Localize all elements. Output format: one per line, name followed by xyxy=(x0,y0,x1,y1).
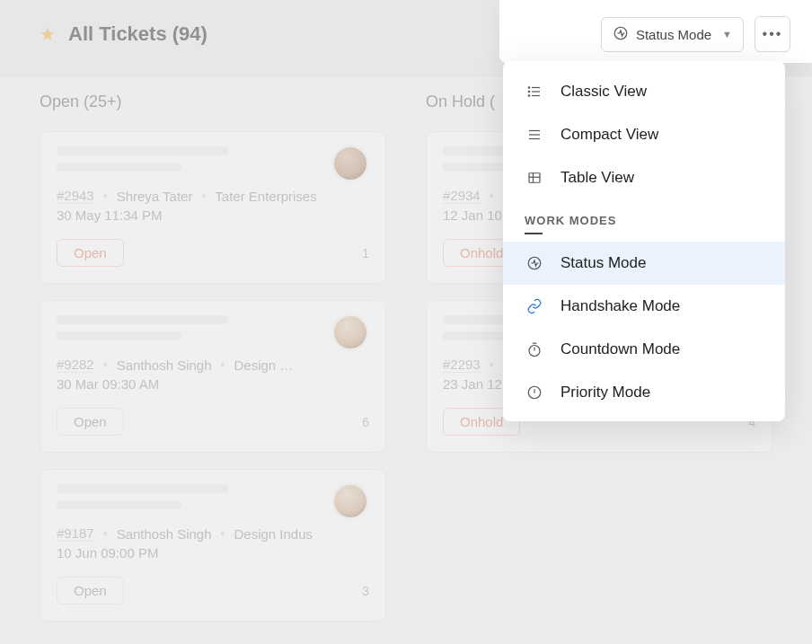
ticket-company: Design … xyxy=(234,357,293,373)
ticket-assignee: Santhosh Singh xyxy=(117,526,212,542)
menu-item-label: Status Mode xyxy=(560,254,646,272)
ticket-date: 30 Mar 09:30 AM xyxy=(57,376,369,392)
activity-icon xyxy=(525,255,544,271)
card-footer: Open 6 xyxy=(57,408,369,436)
ticket-company: Tater Enterprises xyxy=(215,189,316,204)
mode-button-label: Status Mode xyxy=(636,27,711,42)
ticket-meta: #2943 • Shreya Tater • Tater Enterprises xyxy=(57,188,369,204)
svg-point-0 xyxy=(614,27,627,40)
separator-dot: • xyxy=(103,526,108,541)
timer-icon xyxy=(525,341,544,357)
page-title: All Tickets (94) xyxy=(68,22,207,46)
card-footer: Open 3 xyxy=(57,577,369,604)
ticket-id[interactable]: #2943 xyxy=(57,188,94,204)
ticket-meta: #9187 • Santhosh Singh • Design Indus xyxy=(57,525,369,542)
skeleton-line xyxy=(57,331,181,340)
skeleton-line xyxy=(57,484,228,493)
skeleton-line xyxy=(57,500,181,509)
ticket-date: 10 Jun 09:00 PM xyxy=(57,545,369,560)
svg-point-19 xyxy=(534,395,535,396)
ticket-card[interactable]: #2943 • Shreya Tater • Tater Enterprises… xyxy=(40,131,386,284)
view-mode-menu: Classic View Compact View Table View WOR… xyxy=(503,61,785,421)
separator-dot: • xyxy=(201,189,206,203)
svg-point-5 xyxy=(528,91,530,93)
card-footer: Open 1 xyxy=(57,239,369,267)
ticket-meta: #9282 • Santhosh Singh • Design … xyxy=(57,357,369,373)
separator-dot: • xyxy=(221,357,225,372)
menu-item-label: Handshake Mode xyxy=(560,297,680,315)
svg-point-6 xyxy=(528,95,530,97)
ticket-card[interactable]: #9282 • Santhosh Singh • Design … 30 Mar… xyxy=(40,300,386,453)
menu-item-label: Compact View xyxy=(560,126,658,144)
svg-point-4 xyxy=(528,87,530,89)
alert-icon xyxy=(525,384,544,401)
separator-dot: • xyxy=(103,189,108,203)
status-mode-button[interactable]: Status Mode ▼ xyxy=(601,17,744,52)
ticket-id[interactable]: #2293 xyxy=(443,357,481,373)
menu-item-countdown-mode[interactable]: Countdown Mode xyxy=(503,328,785,371)
ticket-id[interactable]: #9282 xyxy=(57,357,94,373)
menu-item-table-view[interactable]: Table View xyxy=(503,156,785,199)
status-badge[interactable]: Open xyxy=(57,577,124,604)
status-badge[interactable]: Open xyxy=(57,408,124,436)
ticket-assignee: Shreya Tater xyxy=(117,189,193,204)
more-button[interactable]: ••• xyxy=(755,16,790,52)
menu-section-underline xyxy=(525,233,543,234)
ticket-id[interactable]: #9187 xyxy=(57,525,94,542)
column-title: Open (25+) xyxy=(40,93,386,111)
menu-item-classic-view[interactable]: Classic View xyxy=(503,70,785,113)
status-badge[interactable]: Open xyxy=(57,239,124,267)
ticket-company: Design Indus xyxy=(234,526,313,542)
avatar xyxy=(331,313,369,351)
avatar xyxy=(331,482,369,520)
ticket-card[interactable]: #9187 • Santhosh Singh • Design Indus 10… xyxy=(40,469,386,622)
star-icon: ★ xyxy=(40,23,56,45)
table-icon xyxy=(525,170,544,186)
lines-icon xyxy=(525,127,544,143)
ticket-count: 6 xyxy=(362,415,369,429)
more-icon: ••• xyxy=(763,26,783,42)
skeleton-line xyxy=(57,315,228,324)
activity-icon xyxy=(613,25,629,44)
list-icon xyxy=(525,84,544,100)
header-left: ★ All Tickets (94) xyxy=(40,22,207,46)
avatar xyxy=(331,145,369,182)
separator-dot: • xyxy=(103,357,108,372)
menu-section-label: WORK MODES xyxy=(525,214,763,227)
ticket-date: 30 May 11:34 PM xyxy=(57,207,369,223)
menu-section-header: WORK MODES xyxy=(503,199,785,242)
chevron-down-icon: ▼ xyxy=(722,29,732,40)
separator-dot: • xyxy=(221,526,225,541)
skeleton-line xyxy=(57,163,181,172)
ticket-assignee: Santhosh Singh xyxy=(117,357,212,373)
column-open: Open (25+) #2943 • Shreya Tater • Tater … xyxy=(0,93,386,638)
link-icon xyxy=(525,298,544,314)
menu-item-priority-mode[interactable]: Priority Mode xyxy=(503,371,785,414)
separator-dot: • xyxy=(490,357,494,372)
svg-point-13 xyxy=(528,257,541,269)
ticket-count: 3 xyxy=(362,584,369,598)
menu-item-handshake-mode[interactable]: Handshake Mode xyxy=(503,285,785,328)
menu-item-status-mode[interactable]: Status Mode xyxy=(503,242,785,285)
menu-item-label: Countdown Mode xyxy=(560,340,680,358)
menu-item-label: Classic View xyxy=(560,83,647,101)
svg-rect-10 xyxy=(529,173,540,183)
separator-dot: • xyxy=(490,189,494,203)
ticket-count: 1 xyxy=(362,246,369,260)
header-right: Status Mode ▼ ••• xyxy=(601,16,790,52)
skeleton-line xyxy=(57,146,228,155)
menu-item-label: Priority Mode xyxy=(560,384,650,401)
menu-item-label: Table View xyxy=(560,169,634,187)
ticket-id[interactable]: #2934 xyxy=(443,188,481,204)
menu-item-compact-view[interactable]: Compact View xyxy=(503,113,785,156)
